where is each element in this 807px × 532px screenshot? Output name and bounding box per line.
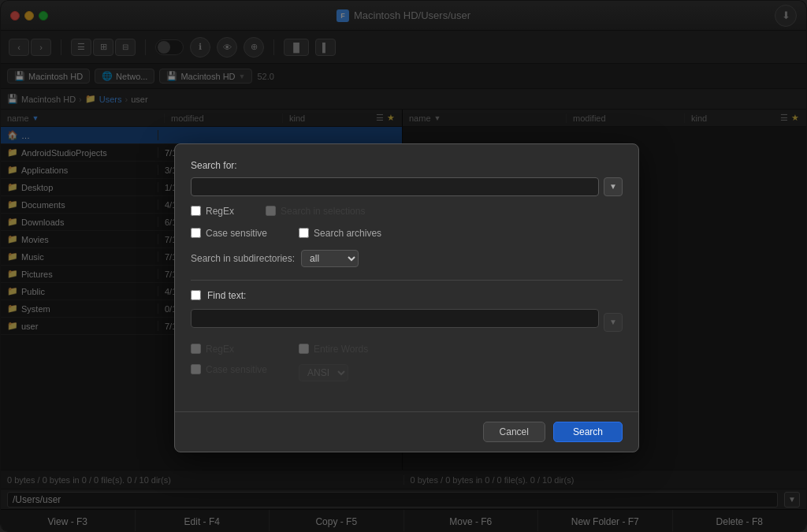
find-text-input-row: ▼ [191,309,623,336]
find-text-checkbox[interactable] [191,290,201,300]
subdirectories-select[interactable]: all none custom [301,250,359,267]
search-options-group: RegEx Search in selections [191,206,623,221]
case-sensitive-option: Case sensitive [191,228,267,239]
search-button[interactable]: Search [553,422,623,442]
subdirectories-row: Search in subdirectories: all none custo… [191,250,623,267]
modal-footer: Cancel Search [175,411,638,452]
find-regex-checkbox [191,344,201,354]
find-text-input [191,309,599,328]
entire-words-label: Entire Words [314,344,368,355]
find-text-header: Find text: [191,290,623,301]
search-dropdown-button[interactable]: ▼ [604,177,623,196]
entire-words-checkbox [299,344,309,354]
search-options-group-2: Case sensitive Search archives [191,228,623,244]
find-text-dropdown-button: ▼ [604,313,623,332]
encoding-select: ANSI [299,364,348,381]
find-text-label: Find text: [207,290,246,301]
modal-body: Search for: ▼ RegEx [175,144,638,411]
search-input-row: ▼ [191,177,623,196]
regex-label: RegEx [206,206,234,217]
find-text-section: Find text: ▼ RegEx [191,290,623,386]
modal-overlay: Search for: ▼ RegEx [1,1,806,531]
search-in-selections-checkbox [266,206,276,216]
find-sub-options: RegEx Case sensitive [191,344,623,386]
search-in-archives-checkbox[interactable] [299,228,309,238]
find-case-sensitive-checkbox [191,364,201,374]
find-regex-label: RegEx [206,344,234,355]
regex-checkbox[interactable] [191,206,201,216]
search-in-selections-label: Search in selections [281,206,365,217]
regex-option: RegEx [191,206,234,217]
find-case-sensitive-option: Case sensitive [191,364,267,375]
find-case-sensitive-label: Case sensitive [206,364,267,375]
cancel-button[interactable]: Cancel [483,422,545,442]
find-regex-option: RegEx [191,344,267,355]
search-in-archives-label: Search archives [314,228,381,239]
entire-words-option: Entire Words [299,344,368,355]
encoding-option: ANSI [299,364,368,381]
search-input[interactable] [191,177,599,196]
modal-divider [191,280,623,281]
case-sensitive-checkbox[interactable] [191,228,201,238]
search-in-selections-option: Search in selections [266,206,365,217]
search-for-label: Search for: [191,160,623,171]
search-modal: Search for: ▼ RegEx [174,143,639,452]
search-in-archives-option: Search archives [299,228,381,239]
case-sensitive-label: Case sensitive [206,228,267,239]
subdirectories-label: Search in subdirectories: [191,253,295,264]
